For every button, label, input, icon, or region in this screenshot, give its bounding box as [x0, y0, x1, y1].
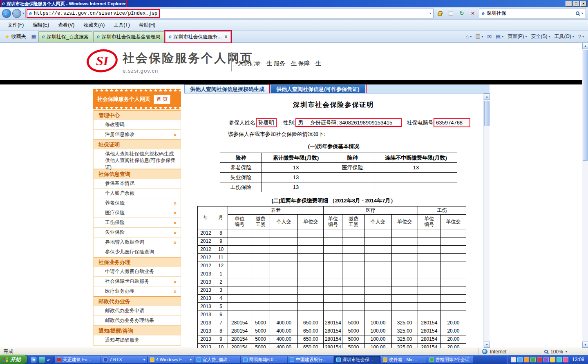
- scroll-down-button[interactable]: ▼: [484, 342, 490, 348]
- tray-icon[interactable]: [557, 357, 562, 362]
- search-icon[interactable]: [576, 11, 579, 15]
- quick-launch-overflow-icon[interactable]: »: [47, 357, 50, 362]
- content-scrollbar[interactable]: ▲ ▼: [483, 93, 490, 348]
- table-cell: [440, 246, 466, 254]
- menu-file[interactable]: 文件(F): [3, 22, 28, 29]
- zoom-dropdown-icon[interactable]: ▾: [566, 350, 567, 353]
- nav-history-dropdown-icon[interactable]: ▾: [22, 12, 24, 15]
- table-cell: [440, 286, 466, 295]
- search-box[interactable]: e 深圳社保 ▾: [479, 9, 586, 18]
- tray-icon[interactable]: [511, 357, 516, 362]
- address-dropdown-icon[interactable]: ▾: [429, 12, 431, 15]
- table-cell: 325.00: [391, 327, 418, 335]
- page-scrollbar[interactable]: ▲ ▼: [582, 43, 588, 348]
- sidebar-item[interactable]: 参保少儿医疗保险查询: [94, 247, 181, 257]
- close-tab-icon[interactable]: ×: [224, 34, 227, 40]
- feeds-button[interactable]: ▾: [476, 34, 483, 39]
- tray-icon[interactable]: [537, 357, 542, 362]
- sidebar-item[interactable]: 医疗保险»: [94, 208, 181, 218]
- start-label: 开始: [10, 356, 21, 363]
- home-page-button[interactable]: 首 页: [154, 95, 170, 104]
- sidebar-item[interactable]: 养老保险»: [94, 198, 181, 208]
- sidebar-item[interactable]: 失业保险»: [94, 228, 181, 237]
- content-frame: 供他人查阅社保信息授权码生成 供他人查阅社保信息(可作参保凭证) 深圳市社会保险…: [184, 84, 490, 348]
- scroll-down-button[interactable]: ▼: [582, 342, 588, 348]
- print-button[interactable]: ▤ ▾: [496, 33, 503, 40]
- taskbar-task-button[interactable]: 7 RTX▾: [101, 356, 147, 363]
- content-tab-authcode[interactable]: 供他人查阅社保信息授权码生成: [184, 84, 270, 93]
- safety-menu-button[interactable]: 安全(S) ▾: [531, 33, 550, 40]
- sidebar-item[interactable]: 修改密码: [94, 120, 181, 130]
- compatibility-view-button[interactable]: [446, 9, 456, 18]
- close-button[interactable]: ×: [580, 1, 587, 7]
- browser-tab-fund-bureau[interactable]: e 深圳市社会保险基金管理局: [93, 31, 164, 42]
- menu-tools[interactable]: 工具(T): [109, 22, 134, 29]
- sidebar-item[interactable]: 工伤保险»: [94, 218, 181, 228]
- favorites-button[interactable]: ★ 收藏夹: [2, 31, 29, 42]
- address-field[interactable]: e https://e.szsi.gov.cn/siservice/pIndex…: [25, 9, 434, 18]
- read-mail-button[interactable]: ✉: [487, 33, 492, 40]
- sidebar-item[interactable]: 邮政代办业务申请: [94, 306, 181, 316]
- sidebar-item[interactable]: 个人账户余额: [94, 189, 181, 198]
- refresh-button[interactable]: ↻: [457, 9, 467, 18]
- quick-launch-ie-icon[interactable]: e: [31, 357, 37, 363]
- home-button[interactable]: ⌂ ▾: [465, 33, 472, 40]
- tray-icon[interactable]: [530, 357, 536, 362]
- table-cell: [324, 303, 342, 311]
- menu-edit[interactable]: 编辑(E): [28, 22, 54, 29]
- sidebar-item[interactable]: 参保基本情况: [94, 179, 181, 189]
- sidebar-item[interactable]: 申请个人缴费自助业务: [94, 267, 181, 277]
- quick-tabs-button[interactable]: ▦: [29, 32, 38, 41]
- scroll-thumb[interactable]: [484, 101, 490, 126]
- page-menu-button[interactable]: 页面(P) ▾: [508, 33, 527, 40]
- tools-menu-button[interactable]: 工具(O) ▾: [554, 33, 574, 40]
- zoom-control[interactable]: 100% ▾: [540, 348, 585, 355]
- quick-launch-desktop-icon[interactable]: [39, 357, 45, 363]
- sidebar-item[interactable]: 注册信息修改»: [94, 130, 181, 140]
- header-divider-line: [231, 52, 232, 71]
- security-lock-button[interactable]: [435, 9, 445, 18]
- search-dropdown-icon[interactable]: ▾: [581, 12, 583, 15]
- taskbar-task-button[interactable]: 宜人贷_借款...: [195, 356, 240, 363]
- browser-tab-baidu[interactable]: e 深圳社保_百度搜索: [38, 31, 92, 42]
- safety-menu-label: 安全(S): [531, 33, 547, 40]
- taskbar-task-button[interactable]: 网易邮箱6.0...: [241, 356, 287, 363]
- taskbar-task-button[interactable]: 4 Windows E...▾: [148, 356, 194, 363]
- maximize-button[interactable]: □: [573, 1, 579, 7]
- taskbar-task-button[interactable]: 收件箱 - Mic...: [381, 356, 427, 363]
- tray-icon[interactable]: [517, 357, 523, 362]
- tray-icon[interactable]: [563, 357, 568, 362]
- search-input-value[interactable]: 深圳社保: [487, 10, 506, 17]
- taskbar-task-button[interactable]: 天正建筑 Fo...: [55, 356, 101, 363]
- back-button[interactable]: ←: [2, 9, 11, 18]
- table-cell: 13: [262, 163, 330, 173]
- scroll-up-button[interactable]: ▲: [484, 93, 490, 100]
- scroll-up-button[interactable]: ▲: [582, 43, 588, 49]
- sidebar-item[interactable]: 异地转入数据查询»: [94, 237, 181, 247]
- taskbar-clock[interactable]: 13:09: [572, 357, 584, 362]
- tray-icon[interactable]: [550, 357, 555, 362]
- tray-icon[interactable]: [543, 357, 549, 362]
- sidebar-item[interactable]: 社会保障卡自助服务»: [94, 277, 181, 286]
- stop-button[interactable]: ×: [468, 9, 478, 18]
- table-header-cell: 单位交: [440, 215, 466, 229]
- menu-view[interactable]: 查看(V): [54, 22, 79, 29]
- menu-help[interactable]: 帮助(H): [134, 22, 160, 29]
- forward-button[interactable]: →: [12, 9, 21, 18]
- sidebar-item[interactable]: 医疗业务办理»: [94, 286, 181, 296]
- start-button[interactable]: 开始: [0, 355, 27, 364]
- taskbar-task-button[interactable]: 曹桂明等2个会话: [427, 356, 473, 363]
- content-tab-certificate[interactable]: 供他人查阅社保信息(可作参保凭证): [271, 84, 365, 93]
- taskbar-task-button[interactable]: 中国建设银行...: [288, 356, 333, 363]
- sidebar-item[interactable]: 供他人查阅社保信息(可作参保凭证): [94, 159, 181, 169]
- sidebar-item[interactable]: 通知与提醒服务: [94, 335, 181, 345]
- taskbar-task-button[interactable]: 深圳市社会保...: [334, 356, 380, 363]
- menu-favorites[interactable]: 收藏夹(A): [79, 22, 109, 29]
- help-menu-button[interactable]: ? ▾: [578, 33, 584, 40]
- scroll-thumb[interactable]: [583, 50, 588, 161]
- sidebar-item[interactable]: 邮政代办业务办理结果: [94, 316, 181, 326]
- browser-tab-active[interactable]: e 深圳市社会保险服务... ×: [165, 31, 231, 42]
- tray-icon[interactable]: [524, 357, 529, 362]
- table-group-header: 医疗: [324, 206, 418, 215]
- minimize-button[interactable]: _: [566, 1, 572, 7]
